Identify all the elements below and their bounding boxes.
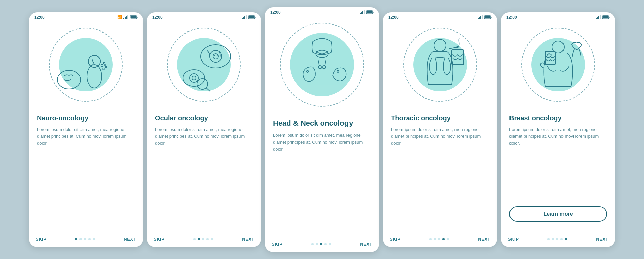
signal-icon-5: [596, 15, 601, 19]
status-bar-4: 12:00: [383, 12, 497, 21]
skip-btn-3[interactable]: SKIP: [272, 242, 282, 247]
battery-icon-3: [366, 10, 374, 14]
signal-icon-1: [123, 15, 129, 19]
dot-2-4: [211, 238, 213, 240]
screen-thoracic: 12:00: [383, 12, 497, 247]
svg-rect-49: [485, 16, 490, 18]
dots-3: [311, 243, 331, 245]
svg-rect-31: [360, 13, 361, 14]
svg-rect-58: [609, 17, 610, 18]
screen-head-neck: 12:00: [265, 7, 379, 252]
dots-2: [193, 238, 213, 240]
svg-rect-34: [364, 10, 365, 14]
battery-icon-1: [130, 15, 138, 19]
status-icons-5: [596, 15, 610, 19]
time-3: 12:00: [270, 10, 281, 15]
svg-line-51: [456, 47, 459, 47]
svg-rect-22: [249, 16, 254, 18]
svg-rect-53: [596, 18, 597, 19]
svg-rect-18: [244, 16, 245, 19]
battery-icon-2: [248, 15, 256, 19]
dot-1-0: [75, 238, 77, 240]
svg-rect-54: [597, 17, 598, 19]
time-1: 12:00: [34, 15, 45, 20]
svg-rect-48: [491, 17, 492, 18]
next-btn-5[interactable]: NEXT: [596, 237, 608, 242]
dot-4-1: [434, 238, 436, 240]
svg-rect-13: [105, 66, 107, 68]
skip-btn-1[interactable]: SKIP: [36, 237, 46, 242]
status-bar-2: 12:00: [147, 12, 261, 21]
status-bar-1: 12:00 📶: [29, 12, 143, 21]
dot-1-1: [79, 238, 82, 240]
dot-5-2: [556, 238, 558, 240]
content-ocular: Ocular oncology Lorem ipsum dolor sit di…: [147, 108, 261, 233]
desc-breast: Lorem ipsum dolor sit dim amet, mea regi…: [509, 126, 607, 202]
title-head-neck: Head & Neck oncology: [273, 119, 371, 128]
svg-rect-43: [478, 18, 479, 19]
neuro-svg: [46, 24, 126, 105]
svg-rect-11: [101, 65, 103, 67]
learn-more-button[interactable]: Learn more: [509, 206, 607, 222]
dot-4-2: [438, 238, 440, 240]
svg-rect-21: [255, 17, 256, 18]
svg-point-10: [88, 55, 100, 67]
svg-point-39: [318, 65, 321, 68]
next-btn-1[interactable]: NEXT: [124, 237, 136, 242]
svg-point-23: [201, 45, 231, 68]
dot-2-1: [198, 238, 200, 240]
svg-rect-52: [452, 50, 464, 65]
nav-bar-4: SKIP NEXT: [383, 233, 497, 247]
status-icons-2: [241, 15, 256, 19]
skip-btn-5[interactable]: SKIP: [508, 237, 519, 242]
next-btn-4[interactable]: NEXT: [478, 237, 490, 242]
wifi-icon-1: 📶: [117, 15, 122, 19]
nav-bar-5: SKIP NEXT: [501, 233, 615, 247]
svg-rect-15: [104, 64, 106, 65]
svg-rect-14: [103, 68, 104, 70]
svg-rect-46: [482, 15, 483, 19]
desc-head-neck: Lorem ipsum dolor sit dim amet, mea regi…: [273, 132, 371, 232]
dot-3-2: [320, 243, 322, 245]
svg-point-26: [183, 70, 205, 86]
svg-rect-1: [125, 17, 126, 19]
svg-rect-37: [367, 11, 372, 13]
dot-5-1: [552, 238, 554, 240]
illustration-head-neck: [265, 16, 379, 113]
svg-rect-2: [126, 16, 127, 19]
nav-bar-2: SKIP NEXT: [147, 233, 261, 247]
signal-icon-4: [478, 15, 483, 19]
nav-bar-1: SKIP NEXT: [29, 233, 143, 247]
title-breast: Breast oncology: [509, 114, 607, 122]
svg-point-40: [323, 65, 326, 68]
skip-btn-4[interactable]: SKIP: [390, 237, 400, 242]
next-btn-2[interactable]: NEXT: [242, 237, 254, 242]
svg-point-42: [337, 70, 339, 72]
svg-text:X-ray: X-ray: [547, 53, 552, 56]
battery-icon-5: [602, 15, 610, 19]
dot-3-3: [324, 243, 327, 245]
dot-2-2: [202, 238, 204, 240]
desc-ocular: Lorem ipsum dolor sit dim amet, mea regi…: [155, 126, 253, 227]
dot-1-2: [84, 238, 86, 240]
svg-point-27: [190, 74, 198, 82]
dots-4: [429, 238, 449, 240]
title-neuro: Neuro-oncology: [37, 114, 135, 122]
signal-icon-2: [241, 15, 247, 19]
signal-icon-3: [360, 10, 365, 14]
dot-3-1: [316, 243, 318, 245]
skip-btn-2[interactable]: SKIP: [154, 237, 164, 242]
status-bar-5: 12:00: [501, 12, 615, 21]
dot-3-0: [311, 243, 314, 245]
dot-2-3: [206, 238, 209, 240]
screen-ocular: 12:00: [147, 12, 261, 247]
desc-neuro: Lorem ipsum dolor sit dim amet, mea regi…: [37, 126, 135, 227]
svg-rect-55: [598, 16, 599, 19]
svg-line-30: [206, 88, 210, 91]
next-btn-3[interactable]: NEXT: [360, 242, 372, 247]
svg-rect-6: [131, 16, 136, 18]
time-4: 12:00: [388, 15, 399, 20]
svg-rect-56: [600, 15, 601, 19]
content-thoracic: Thoracic oncology Lorem ipsum dolor sit …: [383, 108, 497, 233]
svg-rect-45: [480, 16, 481, 19]
